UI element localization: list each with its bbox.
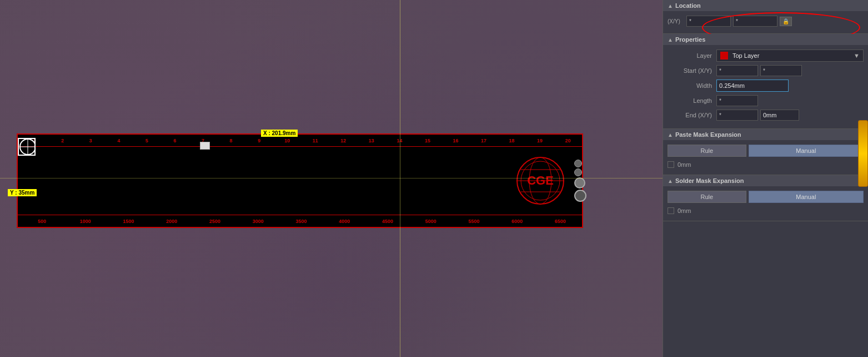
svg-text:CGE: CGE — [527, 173, 554, 187]
yellow-scroll-bar[interactable] — [858, 120, 868, 187]
properties-arrow: ▲ — [668, 37, 673, 43]
layer-select[interactable]: Top Layer ▼ — [716, 49, 864, 62]
y-coordinate-tooltip: Y : 35mm — [8, 189, 37, 196]
ruler-numbers-top: 1 2 3 4 5 6 7 8 9 10 11 12 13 14 15 16 1… — [18, 135, 582, 146]
layer-color-swatch — [720, 52, 728, 60]
pcb-inner: CGE — [18, 147, 582, 215]
canvas-area[interactable]: 1 2 3 4 5 6 7 8 9 10 11 12 13 14 15 16 1… — [0, 0, 663, 357]
width-label: Width — [668, 82, 712, 89]
solder-mask-section: ▲ Solder Mask Expansion Rule Manual 0mm — [663, 175, 868, 221]
solder-mask-checkbox[interactable] — [668, 207, 674, 214]
length-input[interactable] — [716, 95, 758, 106]
paste-mask-checkbox[interactable] — [668, 161, 674, 168]
paste-mask-btn-row: Rule Manual — [668, 145, 864, 157]
location-x-input[interactable] — [686, 16, 731, 27]
end-x-input[interactable] — [716, 110, 758, 121]
circle-tool-indicator — [18, 138, 36, 156]
circle-1 — [574, 160, 582, 167]
properties-title: Properties — [675, 36, 705, 43]
solder-mask-value: 0mm — [678, 207, 691, 214]
paste-mask-header: ▲ Paste Mask Expansion — [663, 129, 868, 140]
end-label: End (X/Y) — [668, 112, 712, 118]
ruler-top: 1 2 3 4 5 6 7 8 9 10 11 12 13 14 15 16 1… — [18, 135, 582, 147]
paste-mask-rule-btn[interactable]: Rule — [668, 145, 746, 157]
pcb-board: 1 2 3 4 5 6 7 8 9 10 11 12 13 14 15 16 1… — [17, 133, 583, 228]
paste-mask-manual-btn[interactable]: Manual — [749, 145, 864, 157]
start-label: Start (X/Y) — [668, 67, 712, 74]
circle-4 — [574, 190, 586, 202]
ruler-numbers-bottom: 500 1000 1500 2000 2500 3000 3500 4000 4… — [18, 215, 582, 227]
lock-button[interactable]: 🔒 — [780, 17, 792, 26]
x-coordinate-tooltip: X : 201.9mm — [261, 130, 298, 137]
start-row: Start (X/Y) — [668, 65, 864, 76]
properties-content: Layer Top Layer ▼ Start (X/Y) Width — [663, 45, 868, 128]
cge-logo: CGE — [515, 156, 565, 206]
solder-mask-header: ▲ Solder Mask Expansion — [663, 175, 868, 186]
length-label: Length — [668, 97, 712, 104]
width-input[interactable] — [716, 80, 789, 92]
location-arrow: ▲ — [668, 3, 673, 9]
side-circles — [574, 159, 586, 202]
properties-section: ▲ Properties Layer Top Layer ▼ Start (X/… — [663, 34, 868, 129]
location-row: (X/Y) 🔒 — [668, 16, 864, 27]
paste-mask-content: Rule Manual 0mm — [663, 140, 868, 175]
location-section: ▲ Location (X/Y) 🔒 — [663, 0, 868, 34]
solder-mask-title: Solder Mask Expansion — [675, 177, 744, 184]
small-component — [200, 142, 210, 150]
end-row: End (X/Y) — [668, 110, 864, 121]
layer-row: Layer Top Layer ▼ — [668, 49, 864, 62]
xy-label: (X/Y) — [668, 18, 684, 24]
solder-mask-content: Rule Manual 0mm — [663, 186, 868, 221]
location-y-input[interactable] — [733, 16, 777, 27]
paste-mask-checkbox-row: 0mm — [668, 159, 864, 170]
right-panel: ▲ Location (X/Y) 🔒 ▲ Properties Layer — [663, 0, 868, 357]
paste-mask-value: 0mm — [678, 161, 691, 168]
layer-value: Top Layer — [732, 52, 759, 59]
circle-2 — [574, 168, 582, 176]
layer-label: Layer — [668, 52, 712, 59]
end-y-input[interactable] — [760, 110, 799, 121]
solder-mask-rule-btn[interactable]: Rule — [668, 191, 746, 203]
start-y-input[interactable] — [760, 65, 802, 76]
location-content: (X/Y) 🔒 — [663, 11, 868, 33]
circle-tool-svg — [19, 138, 34, 156]
solder-mask-btn-row: Rule Manual — [668, 191, 864, 203]
solder-mask-checkbox-row: 0mm — [668, 205, 864, 216]
width-row: Width — [668, 80, 864, 92]
solder-mask-arrow: ▲ — [668, 178, 673, 184]
paste-mask-arrow: ▲ — [668, 132, 673, 138]
ruler-bottom: 500 1000 1500 2000 2500 3000 3500 4000 4… — [18, 215, 582, 227]
length-row: Length — [668, 95, 864, 106]
solder-mask-manual-btn[interactable]: Manual — [749, 191, 864, 203]
paste-mask-title: Paste Mask Expansion — [675, 131, 741, 138]
paste-mask-section: ▲ Paste Mask Expansion Rule Manual 0mm — [663, 129, 868, 175]
start-inputs — [716, 65, 802, 76]
end-inputs — [716, 110, 799, 121]
layer-dropdown-arrow: ▼ — [854, 52, 860, 59]
location-title: Location — [675, 2, 701, 9]
properties-header: ▲ Properties — [663, 34, 868, 45]
circle-3 — [574, 177, 585, 189]
location-header: ▲ Location — [663, 0, 868, 11]
start-x-input[interactable] — [716, 65, 758, 76]
